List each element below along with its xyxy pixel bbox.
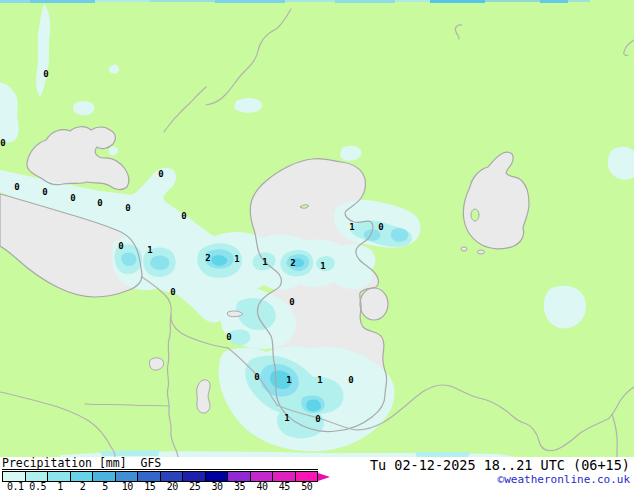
precip-value-label: 1 [349,222,354,232]
legend-segment-30 [206,472,229,481]
precip-value-label: 0 [97,198,102,208]
precip-value-label: 1 [284,413,289,423]
top-edge-precip-segment [568,0,590,2]
precip-value-label: 0 [0,138,5,148]
top-edge-precip-segment [540,0,568,3]
top-edge-precip-segment [150,0,215,2]
copyright-text: ©weatheronline.co.uk [370,473,630,486]
legend-info: Tu 02-12-2025 18..21 UTC (06+15) ©weathe… [370,458,630,486]
top-edge-precip-segment [95,0,150,2]
precip-value-label: 0 [42,187,47,197]
legend-segment-35 [228,472,251,481]
precip-value-label: 0 [43,69,48,79]
legend-tick-0.1: 0.1 [7,482,24,490]
legend-bar: Precipitation [mm] GFS 0.10.512510152025… [0,457,634,490]
precip-value-label: 1 [262,257,267,267]
precip-value-label: 0 [118,241,123,251]
precip-value-label: 0 [315,414,320,424]
legend-tick-35: 35 [234,482,245,490]
precip-value-label: 0 [226,332,231,342]
precip-value-label: 2 [290,258,295,268]
precip-value-label: 0 [289,297,294,307]
precip-value-label: 0 [158,169,163,179]
top-edge-precip-segment [30,0,95,3]
lake-van [149,358,163,370]
precip-value-label: 1 [320,261,325,271]
aral-island [471,209,479,221]
legend-tick-45: 45 [279,482,290,490]
legend-colorbar-arrow [318,473,330,481]
precip-value-label: 0 [348,375,353,385]
precip-value-label: 1 [147,245,152,255]
legend-segment-1 [48,472,71,481]
legend-tick-30: 30 [212,482,223,490]
legend-scale: Precipitation [mm] GFS 0.10.512510152025… [2,457,342,490]
legend-tick-0.5: 0.5 [29,482,46,490]
precip-value-label: 1 [317,375,322,385]
top-edge-precip-segment [485,0,540,2]
legend-tick-15: 15 [144,482,155,490]
legend-tick-50: 50 [301,482,312,490]
legend-title: Precipitation [mm] GFS [2,457,318,470]
legend-segment-45 [273,472,296,481]
legend-segment-2 [71,472,94,481]
precip-value-label: 0 [70,193,75,203]
top-edge-precip-segment [430,0,485,3]
precip-value-label: 0 [14,182,19,192]
legend-tick-1: 1 [57,482,63,490]
map-canvas[interactable]: 000000000100121121000011010 [0,0,634,457]
legend-segment-50 [296,472,318,481]
precip-value-label: 0 [181,211,186,221]
precip-value-label: 1 [234,254,239,264]
legend-tick-2: 2 [80,482,86,490]
legend-tick-10: 10 [122,482,133,490]
legend-tick-25: 25 [189,482,200,490]
precip-value-label: 0 [254,372,259,382]
top-edge-precip-segment [285,0,335,2]
legend-segment-0.5 [26,472,49,481]
legend-tick-labels: 0.10.5125101520253035404550 [2,482,342,490]
precip-value-label: 1 [286,375,291,385]
top-edge-precip-segment [215,0,285,3]
precip-value-label: 0 [170,287,175,297]
small-lake [478,250,485,254]
legend-segment-0.1 [3,472,26,481]
precip-value-label: 2 [205,253,210,263]
top-edge-precip-segment [0,0,30,3]
weather-map-screenshot: 000000000100121121000011010 Precipitatio… [0,0,634,490]
legend-colorbar [2,471,318,482]
legend-segment-25 [183,472,206,481]
small-lake [461,247,467,251]
lake-urmia [197,380,210,413]
legend-segment-5 [93,472,116,481]
legend-tick-5: 5 [102,482,108,490]
top-edge-precip-segment [395,0,430,2]
legend-segment-15 [138,472,161,481]
legend-segment-40 [251,472,274,481]
forecast-datetime: Tu 02-12-2025 18..21 UTC (06+15) [370,458,630,473]
top-edge-precip-segment [335,0,395,3]
legend-tick-40: 40 [256,482,267,490]
legend-segment-20 [161,472,184,481]
precip-value-label: 0 [378,222,383,232]
legend-segment-10 [116,472,139,481]
precip-value-label: 0 [125,203,130,213]
reservoir [227,311,243,317]
legend-tick-20: 20 [167,482,178,490]
